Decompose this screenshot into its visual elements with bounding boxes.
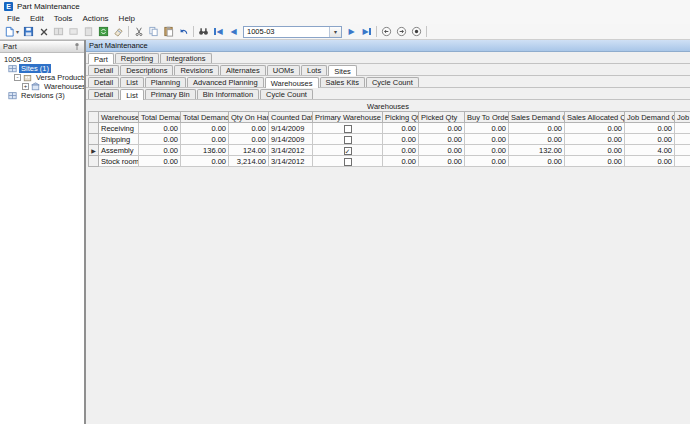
tab-primary-bin[interactable]: Primary Bin bbox=[145, 89, 196, 99]
cell-total-demand-qty[interactable]: 0.00 bbox=[181, 156, 229, 167]
col-header-picked-qty[interactable]: Picked Qty bbox=[419, 112, 465, 123]
clear-button[interactable] bbox=[111, 25, 126, 39]
cut-button[interactable] bbox=[131, 25, 146, 39]
warehouse-row-receiving[interactable]: Receiving 0.00 0.00 0.00 9/14/2009 0.00 … bbox=[89, 123, 690, 134]
cell-counted-date[interactable]: 3/14/2012 bbox=[269, 145, 313, 156]
undo-button[interactable] bbox=[176, 25, 191, 39]
tab-lots[interactable]: Lots bbox=[301, 65, 327, 75]
tab-warehouses[interactable]: Warehouses bbox=[265, 77, 319, 88]
delete-button[interactable] bbox=[36, 25, 51, 39]
col-header-sales-demand-qty[interactable]: Sales Demand Qty bbox=[509, 112, 565, 123]
cell-total-demand-qty[interactable]: 0.00 bbox=[181, 134, 229, 145]
cell-qty-on-hand[interactable]: 0.00 bbox=[229, 134, 269, 145]
tab-advanced-planning[interactable]: Advanced Planning bbox=[187, 77, 264, 87]
next-record-button[interactable]: ▶ bbox=[344, 25, 359, 39]
tab-detail-2[interactable]: Detail bbox=[88, 77, 119, 87]
col-header-warehouse[interactable]: Warehouse bbox=[99, 112, 139, 123]
cell-primary-warehouse[interactable] bbox=[313, 156, 383, 167]
cell-picked-qty[interactable]: 0.00 bbox=[419, 156, 465, 167]
cell-counted-date[interactable]: 3/14/2012 bbox=[269, 156, 313, 167]
row-marker[interactable] bbox=[89, 134, 99, 145]
cell-total-demand[interactable]: 0.00 bbox=[139, 123, 181, 134]
warehouse-row-stock-room[interactable]: Stock room 0.00 0.00 3,214.00 3/14/2012 … bbox=[89, 156, 690, 167]
new-button[interactable]: ▾ bbox=[2, 25, 21, 39]
cell-sales-demand-qty[interactable]: 0.00 bbox=[509, 123, 565, 134]
primary-warehouse-checkbox-checked[interactable]: ✓ bbox=[344, 147, 352, 155]
cell-job-demand-qty[interactable]: 0.00 bbox=[625, 123, 675, 134]
collapse-icon[interactable]: - bbox=[14, 74, 21, 81]
previous-record-button[interactable]: ◀ bbox=[226, 25, 241, 39]
tab-sites[interactable]: Sites bbox=[328, 65, 357, 76]
tab-revisions[interactable]: Revisions bbox=[174, 65, 219, 75]
cell-primary-warehouse[interactable] bbox=[313, 134, 383, 145]
tab-cycle-count-3[interactable]: Cycle Count bbox=[260, 89, 313, 99]
tab-sales-kits[interactable]: Sales Kits bbox=[320, 77, 365, 87]
expand-icon[interactable]: + bbox=[22, 83, 29, 90]
tab-detail-1[interactable]: Detail bbox=[88, 65, 119, 75]
col-header-total-demand-qty[interactable]: Total Demand Qty bbox=[181, 112, 229, 123]
cell-primary-warehouse[interactable] bbox=[313, 123, 383, 134]
row-marker[interactable] bbox=[89, 156, 99, 167]
cell-total-demand[interactable]: 0.00 bbox=[139, 156, 181, 167]
cell-warehouse[interactable]: Stock room bbox=[99, 156, 139, 167]
print-preview-button[interactable] bbox=[66, 25, 81, 39]
cell-sales-allocated-qty[interactable]: 0.00 bbox=[565, 145, 625, 156]
cell-job-demand-qty[interactable]: 4.00 bbox=[625, 145, 675, 156]
tab-part[interactable]: Part bbox=[88, 53, 114, 64]
current-row-marker[interactable]: ▶ bbox=[89, 145, 99, 156]
col-header-job-allocated[interactable]: Job Allo bbox=[675, 112, 690, 123]
col-header-total-demand[interactable]: Total Demand bbox=[139, 112, 181, 123]
tab-descriptions[interactable]: Descriptions bbox=[120, 65, 173, 75]
tab-planning[interactable]: Planning bbox=[145, 77, 186, 87]
tab-list-3[interactable]: List bbox=[120, 89, 144, 100]
pin-icon[interactable] bbox=[73, 42, 81, 51]
cell-picked-qty[interactable]: 0.00 bbox=[419, 145, 465, 156]
save-button[interactable] bbox=[21, 25, 36, 39]
cell-sales-allocated-qty[interactable]: 0.00 bbox=[565, 134, 625, 145]
cell-sales-allocated-qty[interactable]: 0.00 bbox=[565, 123, 625, 134]
col-header-primary-warehouse[interactable]: Primary Warehouse bbox=[313, 112, 383, 123]
combo-dropdown-icon[interactable]: ▾ bbox=[329, 27, 341, 37]
cell-picking-qty[interactable]: 0.00 bbox=[383, 134, 419, 145]
tab-list-2[interactable]: List bbox=[120, 77, 144, 87]
search-button[interactable] bbox=[196, 25, 211, 39]
cell-warehouse[interactable]: Assembly bbox=[99, 145, 139, 156]
cell-picking-qty[interactable]: 0.00 bbox=[383, 145, 419, 156]
row-marker[interactable] bbox=[89, 123, 99, 134]
refresh-button[interactable] bbox=[96, 25, 111, 39]
menu-file[interactable]: File bbox=[2, 14, 25, 23]
cell-buy-to-order[interactable]: 0.00 bbox=[465, 156, 509, 167]
col-header-sales-allocated-qty[interactable]: Sales Allocated Qty bbox=[565, 112, 625, 123]
recent-records-button[interactable] bbox=[409, 25, 424, 39]
cell-qty-on-hand[interactable]: 124.00 bbox=[229, 145, 269, 156]
cell-warehouse[interactable]: Receiving bbox=[99, 123, 139, 134]
tab-detail-3[interactable]: Detail bbox=[88, 89, 119, 99]
navigate-back-button[interactable] bbox=[379, 25, 394, 39]
primary-warehouse-checkbox[interactable] bbox=[344, 158, 352, 166]
menu-actions[interactable]: Actions bbox=[77, 14, 113, 23]
cell-sales-demand-qty[interactable]: 0.00 bbox=[509, 156, 565, 167]
cell-total-demand[interactable]: 0.00 bbox=[139, 145, 181, 156]
cell-qty-on-hand[interactable]: 3,214.00 bbox=[229, 156, 269, 167]
cell-counted-date[interactable]: 9/14/2009 bbox=[269, 134, 313, 145]
tab-integrations[interactable]: Integrations bbox=[160, 53, 211, 63]
navigate-forward-button[interactable] bbox=[394, 25, 409, 39]
first-record-button[interactable]: ◀ bbox=[211, 25, 226, 39]
warehouse-row-assembly[interactable]: ▶ Assembly 0.00 136.00 124.00 3/14/2012 … bbox=[89, 145, 690, 156]
cell-job-allocated[interactable] bbox=[675, 134, 690, 145]
cell-primary-warehouse[interactable]: ✓ bbox=[313, 145, 383, 156]
copy-button[interactable] bbox=[146, 25, 161, 39]
cell-counted-date[interactable]: 9/14/2009 bbox=[269, 123, 313, 134]
tree-node-warehouses[interactable]: + Warehouses (4) bbox=[0, 82, 84, 91]
cell-total-demand-qty[interactable]: 0.00 bbox=[181, 123, 229, 134]
tab-reporting[interactable]: Reporting bbox=[115, 53, 160, 63]
cell-picking-qty[interactable]: 0.00 bbox=[383, 123, 419, 134]
col-header-counted-date[interactable]: Counted Date▲ bbox=[269, 112, 313, 123]
cell-job-demand-qty[interactable]: 0.00 bbox=[625, 156, 675, 167]
cell-job-allocated[interactable] bbox=[675, 145, 690, 156]
col-header-picking-qty[interactable]: Picking Qty bbox=[383, 112, 419, 123]
cell-total-demand[interactable]: 0.00 bbox=[139, 134, 181, 145]
cell-buy-to-order[interactable]: 0.00 bbox=[465, 123, 509, 134]
print-button[interactable] bbox=[51, 25, 66, 39]
cell-qty-on-hand[interactable]: 0.00 bbox=[229, 123, 269, 134]
